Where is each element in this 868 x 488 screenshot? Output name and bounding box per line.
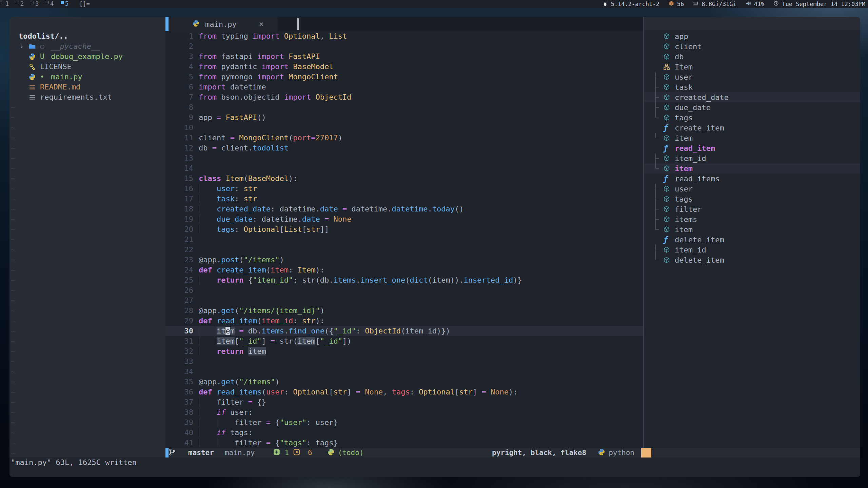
symbol-Item[interactable]: Item bbox=[644, 62, 860, 72]
code-line-6[interactable]: 6import datetime bbox=[165, 82, 643, 92]
code-line-1[interactable]: 1from typing import Optional, List bbox=[165, 31, 643, 41]
symbol-item[interactable]: item bbox=[644, 163, 860, 174]
symbol-db[interactable]: db bbox=[644, 52, 860, 62]
code-line-38[interactable]: 38 if user: bbox=[165, 407, 643, 418]
workspace-1[interactable]: 1 bbox=[0, 0, 15, 8]
code-line-29[interactable]: 29def read_item(item_id: str): bbox=[165, 316, 643, 326]
workspace-3[interactable]: 3 bbox=[30, 0, 45, 8]
close-icon[interactable]: × bbox=[259, 19, 264, 29]
symbol-tags[interactable]: tags bbox=[644, 113, 860, 123]
symbol-delete_item[interactable]: delete_item bbox=[644, 255, 860, 265]
symbol-item[interactable]: item bbox=[644, 133, 860, 143]
line-number: 30 bbox=[165, 326, 199, 336]
code-line-10[interactable]: 10 bbox=[165, 123, 643, 133]
code-line-25[interactable]: 25 return {"item_id": str(db.items.inser… bbox=[165, 275, 643, 285]
tree-item-license[interactable]: LICENSE bbox=[20, 62, 72, 72]
line-number: 24 bbox=[165, 265, 199, 275]
code-line-19[interactable]: 19 due_date: datetime.date = None bbox=[165, 214, 643, 224]
variable-cube-icon bbox=[663, 246, 675, 253]
symbol-task[interactable]: task bbox=[644, 82, 860, 92]
code-line-18[interactable]: 18 created_date: datetime.date = datetim… bbox=[165, 204, 643, 214]
code-line-13[interactable]: 13 bbox=[165, 153, 643, 163]
symbol-delete_item[interactable]: ƒdelete_item bbox=[644, 235, 860, 245]
tree-item-debug-example-py[interactable]: Udebug_example.py bbox=[20, 52, 123, 62]
symbol-label: read_items bbox=[675, 175, 719, 183]
code-line-34[interactable]: 34 bbox=[165, 367, 643, 377]
empty-line-tilde: ~ bbox=[11, 296, 15, 306]
code-line-40[interactable]: 40 if tags: bbox=[165, 428, 643, 438]
code-line-28[interactable]: 28@app.get("/items/{item_id}") bbox=[165, 306, 643, 316]
tree-item-readme-md[interactable]: README.md bbox=[20, 82, 80, 92]
empty-line-tilde: ~ bbox=[11, 397, 15, 407]
code-line-41[interactable]: 41 filter = {"tags": tags} bbox=[165, 438, 643, 448]
tree-item-requirements-txt[interactable]: requirements.txt bbox=[20, 92, 112, 102]
tab-main-py[interactable]: main.py × bbox=[169, 17, 277, 31]
code-line-22[interactable]: 22 bbox=[165, 245, 643, 255]
code-line-12[interactable]: 12db = client.todolist bbox=[165, 143, 643, 153]
code-line-32[interactable]: 32 return item bbox=[165, 346, 643, 357]
code-line-17[interactable]: 17 task: str bbox=[165, 194, 643, 204]
empty-line-tilde: ~ bbox=[11, 336, 15, 346]
code-line-8[interactable]: 8 bbox=[165, 102, 643, 113]
symbol-read_items[interactable]: ƒread_items bbox=[644, 174, 860, 184]
code-line-21[interactable]: 21 bbox=[165, 235, 643, 245]
command-line-area[interactable]: "main.py" 63L, 1625C written bbox=[9, 458, 860, 477]
code-line-36[interactable]: 36def read_items(user: Optional[str] = N… bbox=[165, 387, 643, 397]
symbol-label: delete_item bbox=[675, 256, 724, 264]
workspace-number: 2 bbox=[20, 0, 24, 7]
workspace-5[interactable]: 5 bbox=[60, 0, 75, 8]
code-line-26[interactable]: 26 bbox=[165, 285, 643, 296]
code-line-37[interactable]: 37 filter = {} bbox=[165, 397, 643, 407]
system-status: 5.14.2-arch1-2568.8Gi/31Gi41%Tue Septemb… bbox=[602, 0, 868, 8]
symbol-label: db bbox=[675, 53, 684, 61]
workspace-4[interactable]: 4 bbox=[45, 0, 60, 8]
code-editor[interactable]: 1from typing import Optional, List23from… bbox=[165, 31, 643, 448]
symbol-user[interactable]: user bbox=[644, 184, 860, 194]
symbol-filter[interactable]: filter bbox=[644, 204, 860, 214]
symbol-due_date[interactable]: due_date bbox=[644, 102, 860, 113]
code-line-11[interactable]: 11client = MongoClient(port=27017) bbox=[165, 133, 643, 143]
python-filetype-icon bbox=[598, 448, 605, 458]
symbol-created_date[interactable]: created_date bbox=[644, 92, 860, 102]
code-line-35[interactable]: 35@app.get("/items") bbox=[165, 377, 643, 387]
code-line-30[interactable]: 30 item = db.items.find_one({"_id": Obje… bbox=[165, 326, 643, 336]
code-line-33[interactable]: 33 bbox=[165, 357, 643, 367]
line-number: 38 bbox=[165, 407, 199, 418]
tabline: main.py × bbox=[165, 17, 643, 31]
symbol-tags[interactable]: tags bbox=[644, 194, 860, 204]
symbol-create_item[interactable]: ƒcreate_item bbox=[644, 123, 860, 133]
code-line-7[interactable]: 7from bson.objectid import ObjectId bbox=[165, 92, 643, 102]
code-line-4[interactable]: 4from pydantic import BaseModel bbox=[165, 62, 643, 72]
code-line-27[interactable]: 27 bbox=[165, 296, 643, 306]
code-line-5[interactable]: 5from pymongo import MongoClient bbox=[165, 72, 643, 82]
code-line-3[interactable]: 3from fastapi import FastAPI bbox=[165, 52, 643, 62]
workspace-indicator bbox=[61, 1, 64, 4]
code-line-24[interactable]: 24def create_item(item: Item): bbox=[165, 265, 643, 275]
code-line-2[interactable]: 2 bbox=[165, 41, 643, 52]
symbol-item[interactable]: item bbox=[644, 224, 860, 235]
code-line-16[interactable]: 16 user: str bbox=[165, 184, 643, 194]
symbol-items[interactable]: items bbox=[644, 214, 860, 224]
code-line-23[interactable]: 23@app.post("/items") bbox=[165, 255, 643, 265]
symbol-item_id[interactable]: item_id bbox=[644, 153, 860, 163]
symbol-label: created_date bbox=[675, 93, 729, 102]
symbol-item_id[interactable]: item_id bbox=[644, 245, 860, 255]
layout-symbol[interactable]: []= bbox=[79, 1, 90, 7]
code-line-9[interactable]: 9app = FastAPI() bbox=[165, 113, 643, 123]
code-line-39[interactable]: 39 filter = {"user": user} bbox=[165, 418, 643, 428]
empty-line-tilde: ~ bbox=[11, 123, 15, 133]
symbol-read_item[interactable]: ƒread_item bbox=[644, 143, 860, 153]
code-line-14[interactable]: 14 bbox=[165, 163, 643, 174]
line-number: 19 bbox=[165, 214, 199, 224]
symbol-user[interactable]: user bbox=[644, 72, 860, 82]
workspace-2[interactable]: 2 bbox=[15, 0, 30, 8]
tree-item---pycache--[interactable]: ›○__pycache__ bbox=[20, 41, 100, 52]
code-line-15[interactable]: 15class Item(BaseModel): bbox=[165, 174, 643, 184]
code-line-31[interactable]: 31 item["_id"] = str(item["_id"]) bbox=[165, 336, 643, 346]
symbol-client[interactable]: client bbox=[644, 41, 860, 52]
empty-line-tilde: ~ bbox=[11, 367, 15, 377]
symbol-app[interactable]: app bbox=[644, 31, 860, 41]
code-line-20[interactable]: 20 tags: Optional[List[str]] bbox=[165, 224, 643, 235]
git-branch-name: master bbox=[188, 449, 214, 457]
tree-item-main-py[interactable]: •main.py bbox=[20, 72, 82, 82]
